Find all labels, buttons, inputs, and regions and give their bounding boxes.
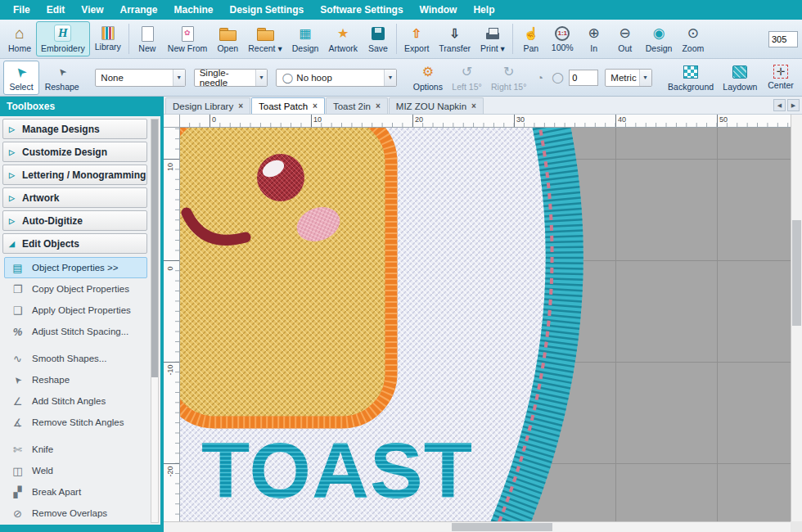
tab-scroll-left-icon[interactable] [773,99,786,111]
in-button[interactable]: ⊕In [579,21,610,56]
rotate-right-15-button[interactable]: Right 15° [487,61,530,95]
save-icon [369,25,387,42]
library-button[interactable]: Library [90,21,126,56]
design-canvas[interactable]: TOAST [180,128,791,521]
menu-item-software-settings[interactable]: Software Settings [312,0,411,20]
tool-adjust-stitch-spacing[interactable]: %Adjust Stitch Spacing... [4,321,147,342]
menu-item-arrange[interactable]: Arrange [111,0,165,20]
reshape-tool-button[interactable]: Reshape [41,61,83,95]
expander-icon: ▷ [9,194,16,202]
toast-lettering[interactable]: TOAST [201,426,473,515]
center-design-button[interactable]: Center [763,61,799,95]
tool-remove-overlaps[interactable]: ⊘Remove Overlaps [4,503,147,524]
sidebar-scrollbar[interactable] [151,119,159,523]
rotation-angle-input[interactable] [569,70,598,86]
horizontal-scrollbar-thumb[interactable] [452,523,552,531]
save-button[interactable]: Save [363,21,394,56]
select-tool-button[interactable]: Select [3,61,39,95]
sidebar-scrollbar-thumb[interactable] [151,119,158,377]
tool-label: Copy Object Properties [32,284,129,294]
close-tab-icon[interactable]: × [471,101,476,110]
new-from-button[interactable]: New From [163,21,212,56]
laydown-button[interactable]: Laydown [719,61,761,95]
horizontal-scrollbar[interactable] [164,521,791,532]
menu-item-file[interactable]: File [5,0,38,20]
tool-weld[interactable]: ◫Weld [4,460,147,481]
tool-object-properties[interactable]: ▤Object Properties >> [4,257,147,278]
toolbox-section-manage-designs[interactable]: ▷Manage Designs [2,119,147,139]
tab-design-library[interactable]: Design Library× [165,97,250,114]
stitch-type-dropdown[interactable]: None [95,69,185,87]
copy-properties-icon: ❐ [11,283,25,295]
design-button[interactable]: ◉Design [641,21,678,56]
toolbar-button-label: Design [646,43,673,53]
hoop-icon [282,70,293,86]
design-button[interactable]: ▦Design [287,21,324,56]
tool-add-stitch-angles[interactable]: ∠Add Stitch Angles [4,390,147,412]
rotate-right-icon [500,64,518,80]
embroidery-button[interactable]: HEmbroidery [36,21,90,56]
vertical-scrollbar-thumb[interactable] [792,220,801,326]
pan-button[interactable]: ☝Pan [516,21,547,56]
toolbox-section-auto-digitize[interactable]: ▷Auto-Digitize [2,210,147,231]
rotate-left-15-button[interactable]: Left 15° [448,61,486,95]
toolbox-section-edit-objects[interactable]: ◢Edit Objects [2,233,147,254]
tab-scroll-right-icon[interactable] [787,99,800,111]
tool-label: Knife [32,444,53,454]
tool-reshape[interactable]: ➤Reshape [4,369,147,390]
vertical-scrollbar[interactable] [791,115,802,521]
toolbar-separator [128,24,129,54]
toast-object[interactable] [180,128,391,422]
menu-item-machine[interactable]: Machine [166,0,222,20]
hoop-dropdown[interactable]: No hoop [276,69,397,87]
rotate-handle-icon[interactable] [532,70,548,86]
transfer-button[interactable]: ⇩Transfer [434,21,475,56]
tool-knife[interactable]: ✄Knife [4,439,147,460]
export-button[interactable]: ⇧Export [399,21,434,56]
toolbox-section-lettering-monogramming[interactable]: ▷Lettering / Monogramming [2,165,147,185]
units-dropdown[interactable]: Metric [605,69,651,87]
close-tab-icon[interactable]: × [376,101,381,110]
tab-toast-2in[interactable]: Toast 2in× [326,97,388,114]
toolbar-button-label: 100% [552,43,574,52]
ruler-label: 10 [313,115,322,124]
section-label: Lettering / Monogramming [22,169,146,181]
100-button[interactable]: 1:1100% [547,21,579,56]
options-button[interactable]: Options [409,61,447,95]
menu-item-window[interactable]: Window [412,0,466,20]
home-button[interactable]: ⌂Home [3,21,36,56]
menu-item-view[interactable]: View [73,0,111,20]
toolbox-section-customize-design[interactable]: ▷Customize Design [2,142,147,162]
background-button[interactable]: Background [665,61,718,95]
tab-toast-patch[interactable]: Toast Patch× [251,97,325,114]
machine-dropdown[interactable]: Single-needle [194,69,268,87]
edit-objects-tools: ▤Object Properties >>❐Copy Object Proper… [2,255,147,524]
print-button[interactable]: Print ▾ [475,21,510,56]
tool-smooth-shapes[interactable]: ∿Smooth Shapes... [4,348,147,369]
skew-handle-icon[interactable] [550,70,566,86]
close-tab-icon[interactable]: × [313,101,318,110]
toolbar-button-label: New [138,43,155,53]
toolbox-section-artwork[interactable]: ▷Artwork [2,187,147,208]
vertical-ruler: 100-10-20 [164,128,180,521]
menu-item-edit[interactable]: Edit [38,0,74,20]
recent-button[interactable]: Recent ▾ [243,21,286,56]
new-button[interactable]: New [132,21,163,56]
tool-break-apart[interactable]: ▞Break Apart [4,481,147,503]
tool-remove-stitch-angles[interactable]: ∡Remove Stitch Angles [4,412,147,433]
remove-stitch-angles-icon: ∡ [11,417,25,429]
zoom-button[interactable]: ⊙Zoom [677,21,709,56]
tool-apply-object-properties[interactable]: ❑Apply Object Properties [4,300,147,321]
toolbar-button-label: Pan [524,43,539,53]
tool-copy-object-properties[interactable]: ❐Copy Object Properties [4,278,147,300]
menu-item-help[interactable]: Help [465,0,502,20]
document-tabbar: Design Library×Toast Patch×Toast 2in×MIZ… [164,97,802,115]
tab-label: Toast 2in [333,101,371,111]
menu-item-design-settings[interactable]: Design Settings [222,0,313,20]
tab-miz-zou-napkin[interactable]: MIZ ZOU Napkin× [389,97,484,114]
close-tab-icon[interactable]: × [238,101,243,110]
open-button[interactable]: Open [212,21,243,56]
artwork-button[interactable]: ★Artwork [323,21,363,56]
zoom-value-input[interactable] [768,31,798,47]
out-button[interactable]: ⊖Out [610,21,641,56]
